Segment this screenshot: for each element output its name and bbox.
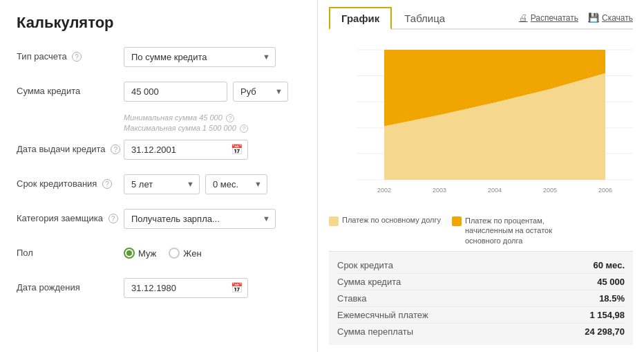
years-select-wrap: 1 лет2 лет3 лет4 лет 5 лет6 лет7 лет 10 … [124,174,200,194]
data-rozhdeniya-input[interactable] [124,278,248,298]
tip-rascheta-row: Тип расчета ? По сумме кредита По ежемес… [17,44,301,69]
results-panel: График Таблица 🖨 Распечатать 💾 Скачать [318,0,644,352]
data-vidachi-help-icon[interactable]: ? [111,145,120,154]
data-vidachi-input-wrap: 📅 [124,140,248,160]
chart-legend: Платеж по основному долгу Платеж по проц… [329,216,633,246]
legend-interest: Платеж по процентам, начисленным на оста… [452,216,576,246]
summary-row-stavka: Ставка 18.5% [337,290,625,307]
summary-row-srok: Срок кредита 60 мес. [337,257,625,274]
legend-interest-label: Платеж по процентам, начисленным на оста… [465,216,576,246]
svg-text:2003: 2003 [433,185,446,194]
svg-text:2004: 2004 [488,185,502,194]
tab-grafik[interactable]: График [329,7,392,30]
data-vidachi-row: Дата выдачи кредита ? 📅 [17,137,301,162]
summary-pereplate-label: Сумма переплаты [337,326,413,337]
tip-rascheta-controls: По сумме кредита По ежемесячному платежу… [124,47,276,67]
download-icon: 💾 [588,12,599,23]
srok-help-icon[interactable]: ? [102,179,112,189]
download-label: Скачать [602,13,633,23]
tab-actions: 🖨 Распечатать 💾 Скачать [519,12,633,23]
summary-ezhemesyachny-label: Ежемесячный платеж [337,310,428,320]
srok-kreditovaniya-controls: 1 лет2 лет3 лет4 лет 5 лет6 лет7 лет 10 … [124,174,267,194]
pol-controls: Муж Жен [124,248,202,259]
summa-kredita-controls: Руб USD EUR ▼ [124,82,288,102]
months-select-wrap: 0 мес.1 мес.2 мес. 3 мес.4 мес.5 мес. 6 … [205,174,267,194]
summary-stavka-label: Ставка [337,293,367,304]
data-rozhdeniya-controls: 📅 [124,278,248,298]
calculator-panel: Калькулятор Тип расчета ? По сумме креди… [0,0,318,352]
pol-muzh-label: Муж [138,248,156,259]
srok-kreditovaniya-label: Срок кредитования ? [17,178,124,190]
summa-max-hint: Максимальная сумма 1 500 000 ? [124,124,301,133]
srok-kreditovaniya-row: Срок кредитования ? 1 лет2 лет3 лет4 лет… [17,172,301,196]
pol-muzh-radio[interactable] [124,248,135,259]
legend-principal-box [329,216,339,226]
tip-rascheta-help-icon[interactable]: ? [72,52,82,62]
data-vidachi-controls: 📅 [124,140,248,160]
summary-row-pereplate: Сумма переплаты 24 298,70 [337,324,625,340]
legend-interest-box [452,216,462,226]
years-select[interactable]: 1 лет2 лет3 лет4 лет 5 лет6 лет7 лет 10 … [124,174,200,194]
print-button[interactable]: 🖨 Распечатать [519,12,578,23]
kategoriya-controls: Получатель зарпла... Другой ▼ [124,209,276,229]
summary-summa-value: 45 000 [597,277,625,287]
summa-kredita-input[interactable] [124,82,227,102]
tip-rascheta-select[interactable]: По сумме кредита По ежемесячному платежу [124,47,276,67]
data-rozhdeniya-row: Дата рождения 📅 [17,275,301,300]
svg-text:2005: 2005 [543,185,557,194]
summary-row-ezhemesyachny: Ежемесячный платеж 1 154,98 [337,307,625,324]
min-hint-help-icon[interactable]: ? [226,114,234,122]
months-select[interactable]: 0 мес.1 мес.2 мес. 3 мес.4 мес.5 мес. 6 … [205,174,267,194]
summary-summa-label: Сумма кредита [337,277,401,287]
pol-muzh-option[interactable]: Муж [124,248,156,259]
legend-principal: Платеж по основному долгу [329,216,441,226]
svg-text:2002: 2002 [377,185,391,194]
printer-icon: 🖨 [519,12,528,23]
chart-container: 0 230 460 690 920 1 150 2002 2003 2004 2… [329,37,633,246]
max-hint-help-icon[interactable]: ? [240,124,248,133]
page-title: Калькулятор [17,14,301,32]
summary-pereplate-value: 24 298,70 [585,326,625,337]
chart-svg: 0 230 460 690 920 1 150 2002 2003 2004 2… [357,42,633,195]
summary-row-summa: Сумма кредита 45 000 [337,274,625,290]
print-label: Распечатать [531,13,578,23]
summary-srok-value: 60 мес. [593,260,625,270]
currency-select[interactable]: Руб USD EUR [233,82,288,102]
chart-area: 0 230 460 690 920 1 150 2002 2003 2004 2… [329,37,633,212]
summa-min-hint: Минимальная сумма 45 000 ? [124,113,301,122]
kategoriya-select-wrap: Получатель зарпла... Другой ▼ [124,209,276,229]
kategoriya-select[interactable]: Получатель зарпла... Другой [124,209,276,229]
data-vidachi-input[interactable] [124,140,248,160]
currency-select-wrap: Руб USD EUR ▼ [233,82,288,102]
pol-radio-group: Муж Жен [124,248,202,259]
kategoriya-row: Категория заемщика ? Получатель зарпла..… [17,206,301,231]
legend-principal-label: Платеж по основному долгу [342,216,441,224]
summary-table: Срок кредита 60 мес. Сумма кредита 45 00… [329,251,633,345]
summary-srok-label: Срок кредита [337,260,393,270]
download-button[interactable]: 💾 Скачать [588,12,633,23]
pol-zhen-radio[interactable] [169,248,180,259]
pol-zhen-option[interactable]: Жен [169,248,201,259]
summa-kredita-label: Сумма кредита [17,86,124,98]
data-rozhdeniya-label: Дата рождения [17,282,124,294]
pol-row: Пол Муж Жен [17,241,301,266]
kategoriya-help-icon[interactable]: ? [108,214,118,223]
summa-kredita-row: Сумма кредита Руб USD EUR ▼ [17,79,301,104]
svg-text:2006: 2006 [598,185,612,194]
summary-ezhemesyachny-value: 1 154,98 [589,310,625,320]
kategoriya-label: Категория заемщика ? [17,213,124,225]
data-rozhdeniya-input-wrap: 📅 [124,278,248,298]
tip-rascheta-label: Тип расчета ? [17,51,124,63]
summary-stavka-value: 18.5% [599,293,625,304]
pol-label: Пол [17,248,124,259]
tip-rascheta-select-wrap: По сумме кредита По ежемесячному платежу… [124,47,276,67]
data-vidachi-label: Дата выдачи кредита ? [17,144,124,156]
pol-zhen-label: Жен [183,248,201,259]
tabs-row: График Таблица 🖨 Распечатать 💾 Скачать [329,7,633,30]
tab-tablica[interactable]: Таблица [392,7,457,30]
